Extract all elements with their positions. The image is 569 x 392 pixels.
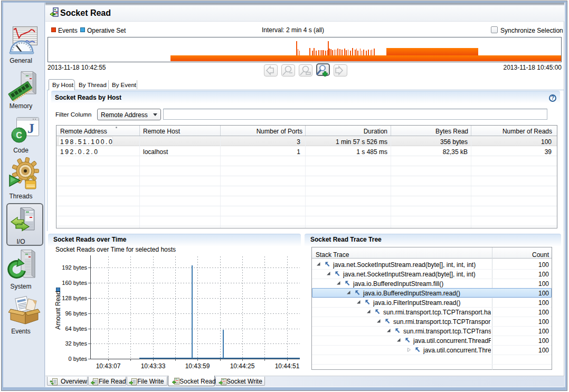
svg-text:J: J bbox=[27, 121, 34, 136]
svg-text:C: C bbox=[16, 131, 22, 140]
